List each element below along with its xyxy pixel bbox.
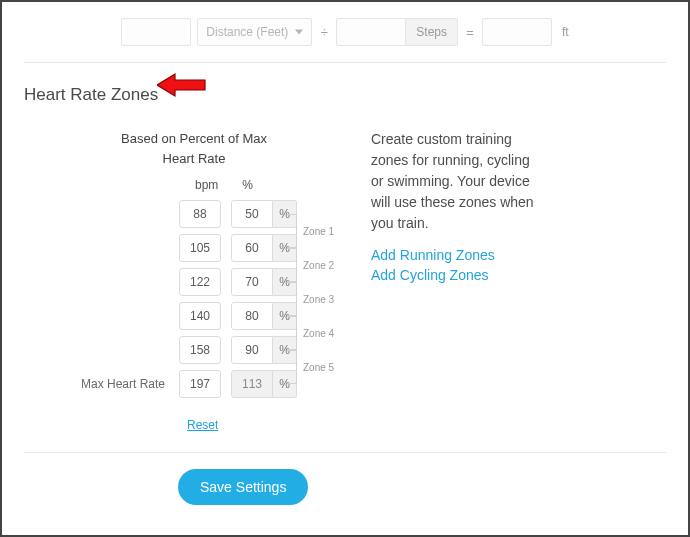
zone-row: % bbox=[79, 200, 359, 228]
distance-unit-select[interactable]: Distance (Feet) bbox=[197, 18, 312, 46]
zone-brackets: Zone 1 Zone 2 Zone 3 Zone 4 Zone 5 bbox=[287, 200, 343, 398]
section-title-heart-rate-zones: Heart Rate Zones bbox=[24, 85, 158, 105]
svg-marker-0 bbox=[157, 74, 205, 96]
pct-input[interactable] bbox=[231, 302, 273, 330]
bpm-input[interactable] bbox=[179, 268, 221, 296]
zone-row-label: Max Heart Rate bbox=[79, 377, 165, 391]
annotation-arrow-icon bbox=[157, 72, 207, 98]
pct-unit: % bbox=[273, 200, 297, 228]
max-bpm-input[interactable] bbox=[179, 370, 221, 398]
footer: Save Settings bbox=[24, 453, 666, 505]
pct-input[interactable] bbox=[231, 268, 273, 296]
zones-column: Based on Percent of Max Heart Rate bpm %… bbox=[79, 129, 359, 432]
steps-value-input[interactable] bbox=[336, 18, 406, 46]
result-value-input[interactable] bbox=[482, 18, 552, 46]
zone-row-max: Max Heart Rate % bbox=[79, 370, 359, 398]
distance-value-input[interactable] bbox=[121, 18, 191, 46]
distance-unit-label: Distance (Feet) bbox=[206, 25, 288, 39]
pct-unit: % bbox=[273, 336, 297, 364]
bpm-input[interactable] bbox=[179, 302, 221, 330]
info-text: Create custom training zones for running… bbox=[371, 129, 541, 234]
reset-link[interactable]: Reset bbox=[187, 418, 218, 432]
formula-row: Distance (Feet) ÷ Steps = ft bbox=[24, 14, 666, 63]
zone-row: % bbox=[79, 302, 359, 330]
chevron-down-icon bbox=[295, 28, 303, 36]
add-cycling-zones-link[interactable]: Add Cycling Zones bbox=[371, 266, 541, 286]
pct-unit: % bbox=[273, 370, 297, 398]
col-header-pct: % bbox=[242, 178, 253, 192]
bpm-input[interactable] bbox=[179, 200, 221, 228]
based-on-label: Based on Percent of Max Heart Rate bbox=[89, 129, 299, 168]
zone-column-headers: bpm % bbox=[195, 178, 359, 192]
operator-divide: ÷ bbox=[318, 25, 330, 40]
zone-row: % bbox=[79, 234, 359, 262]
bpm-input[interactable] bbox=[179, 336, 221, 364]
col-header-bpm: bpm bbox=[195, 178, 218, 192]
pct-unit: % bbox=[273, 302, 297, 330]
pct-unit: % bbox=[273, 268, 297, 296]
bpm-input[interactable] bbox=[179, 234, 221, 262]
pct-unit: % bbox=[273, 234, 297, 262]
max-pct-input bbox=[231, 370, 273, 398]
operator-equals: = bbox=[464, 25, 476, 40]
save-settings-button[interactable]: Save Settings bbox=[178, 469, 308, 505]
result-unit: ft bbox=[562, 25, 569, 39]
pct-input[interactable] bbox=[231, 200, 273, 228]
zone-row: % bbox=[79, 268, 359, 296]
zone-row: % bbox=[79, 336, 359, 364]
info-column: Create custom training zones for running… bbox=[371, 129, 541, 285]
add-running-zones-link[interactable]: Add Running Zones bbox=[371, 246, 541, 266]
pct-input[interactable] bbox=[231, 234, 273, 262]
pct-input[interactable] bbox=[231, 336, 273, 364]
steps-unit: Steps bbox=[406, 18, 458, 46]
